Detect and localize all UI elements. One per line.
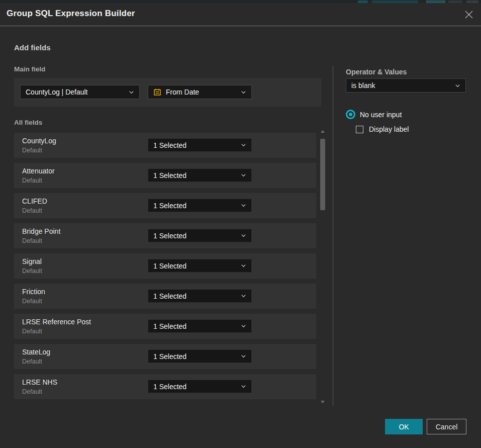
panel-divider	[333, 66, 333, 406]
field-name: CLIFED	[22, 197, 47, 205]
field-subtitle: Default	[22, 147, 42, 154]
field-selected-dropdown[interactable]: 1 Selected	[148, 349, 252, 363]
chevron-down-icon	[241, 233, 246, 238]
field-selected-dropdown[interactable]: 1 Selected	[148, 259, 252, 273]
field-row: Bridge PointDefault1 Selected	[14, 223, 316, 248]
chevron-down-icon	[241, 353, 246, 359]
display-label-checkbox[interactable]: Display label	[356, 125, 409, 133]
ok-button[interactable]: OK	[385, 419, 423, 434]
checkbox-unchecked-icon	[356, 126, 363, 133]
scrollbar-up-arrow-icon[interactable]	[321, 130, 325, 133]
selected-count-label: 1 Selected	[153, 322, 238, 330]
scrollbar-down-arrow-icon[interactable]	[321, 401, 325, 403]
chevron-down-icon	[241, 172, 246, 178]
main-field-source-dropdown[interactable]: CountyLog | Default	[20, 85, 140, 99]
field-row: AttenuatorDefault1 Selected	[14, 163, 316, 188]
chevron-down-icon	[241, 293, 246, 299]
chevron-down-icon	[241, 142, 246, 148]
field-selected-dropdown[interactable]: 1 Selected	[148, 138, 252, 152]
field-name: Bridge Point	[22, 227, 60, 235]
field-subtitle: Default	[22, 358, 42, 365]
field-subtitle: Default	[22, 388, 42, 395]
source-dropdown-value: CountyLog | Default	[26, 88, 126, 96]
field-row: SignalDefault1 Selected	[14, 253, 316, 279]
chevron-down-icon	[241, 203, 246, 208]
all-fields-list: CountyLogDefault1 SelectedAttenuatorDefa…	[14, 133, 316, 404]
operator-dropdown-value: is blank	[351, 81, 452, 89]
calendar-date-icon	[153, 88, 161, 96]
field-name: CountyLog	[22, 137, 56, 145]
field-selected-dropdown[interactable]: 1 Selected	[148, 319, 252, 333]
field-subtitle: Default	[22, 237, 42, 244]
all-fields-label: All fields	[14, 119, 42, 126]
field-row: CLIFEDDefault1 Selected	[14, 193, 316, 218]
field-subtitle: Default	[22, 267, 42, 275]
main-field-panel: CountyLog | Default From Date	[14, 78, 321, 107]
field-row: LRSE Reference PostDefault1 Selected	[14, 314, 316, 339]
field-row: FrictionDefault1 Selected	[14, 284, 316, 309]
main-field-label: Main field	[14, 65, 45, 73]
cancel-button[interactable]: Cancel	[427, 419, 466, 434]
operator-dropdown[interactable]: is blank	[346, 78, 466, 93]
selected-count-label: 1 Selected	[153, 352, 238, 361]
field-subtitle: Default	[22, 177, 42, 184]
chevron-down-icon	[129, 89, 134, 95]
chevron-down-icon	[241, 263, 246, 268]
close-icon	[464, 10, 473, 19]
field-dropdown-value: From Date	[166, 88, 238, 96]
field-selected-dropdown[interactable]: 1 Selected	[148, 199, 252, 212]
field-row: StateLogDefault1 Selected	[14, 344, 316, 369]
dialog-header: Group SQL Expression Builder	[0, 3, 481, 26]
selected-count-label: 1 Selected	[153, 383, 238, 391]
selected-count-label: 1 Selected	[153, 202, 238, 210]
chevron-down-icon	[455, 83, 460, 88]
field-name: Attenuator	[22, 167, 55, 175]
field-selected-dropdown[interactable]: 1 Selected	[148, 289, 252, 303]
field-selected-dropdown[interactable]: 1 Selected	[148, 380, 252, 393]
chevron-down-icon	[241, 323, 246, 329]
checkbox-label: Display label	[369, 125, 409, 133]
field-subtitle: Default	[22, 207, 42, 214]
field-row: CountyLogDefault1 Selected	[14, 133, 316, 158]
fields-list-scrollbar[interactable]	[319, 128, 327, 405]
group-sql-expression-builder-dialog: Group SQL Expression Builder Add fields …	[0, 3, 481, 448]
add-fields-heading: Add fields	[14, 43, 51, 52]
scrollbar-thumb[interactable]	[320, 139, 325, 210]
radio-checked-icon	[346, 110, 355, 119]
selected-count-label: 1 Selected	[153, 141, 238, 149]
field-name: Signal	[22, 257, 42, 265]
radio-label: No user input	[360, 111, 402, 119]
chevron-down-icon	[241, 89, 246, 95]
operator-values-heading: Operator & Values	[346, 68, 407, 76]
field-name: Friction	[22, 288, 45, 296]
no-user-input-radio[interactable]: No user input	[346, 110, 402, 119]
field-selected-dropdown[interactable]: 1 Selected	[148, 168, 252, 182]
field-name: LRSE Reference Post	[22, 318, 91, 326]
field-name: StateLog	[22, 348, 50, 356]
field-subtitle: Default	[22, 298, 42, 305]
field-selected-dropdown[interactable]: 1 Selected	[148, 229, 252, 242]
selected-count-label: 1 Selected	[153, 232, 238, 240]
chevron-down-icon	[241, 384, 246, 389]
main-field-field-dropdown[interactable]: From Date	[148, 85, 252, 99]
selected-count-label: 1 Selected	[153, 171, 238, 180]
selected-count-label: 1 Selected	[153, 292, 238, 300]
field-name: LRSE NHS	[22, 378, 57, 386]
field-subtitle: Default	[22, 328, 42, 335]
field-row: LRSE NHSDefault1 Selected	[14, 374, 316, 399]
dialog-title: Group SQL Expression Builder	[7, 9, 135, 19]
close-button[interactable]	[463, 9, 475, 21]
selected-count-label: 1 Selected	[153, 262, 238, 270]
